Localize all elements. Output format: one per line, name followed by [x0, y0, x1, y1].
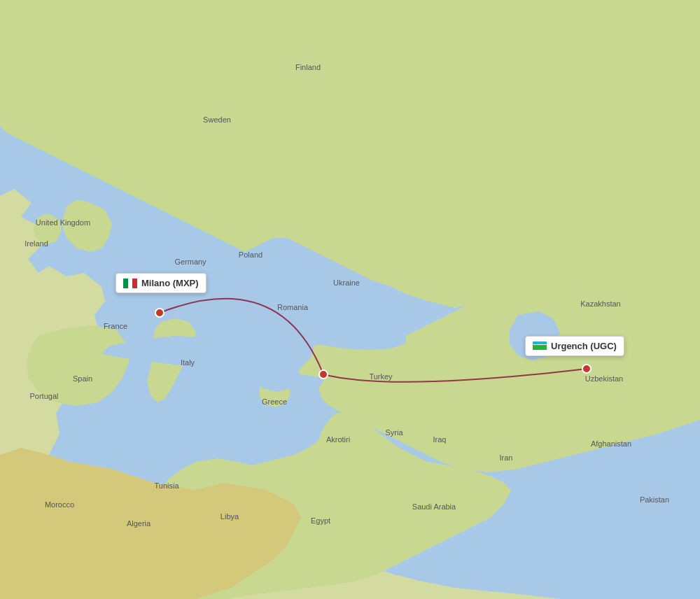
- country-label-portugal: Portugal: [30, 392, 59, 400]
- country-label-pakistan: Pakistan: [640, 495, 669, 504]
- urgench-waypoint[interactable]: [582, 365, 591, 373]
- map-container: Finland Sweden United Kingdom Ireland Be…: [0, 0, 700, 599]
- country-label-saudi: Saudi Arabia: [412, 502, 456, 511]
- country-label-uk: United Kingdom: [36, 218, 90, 227]
- stopover-waypoint[interactable]: [319, 370, 328, 379]
- country-label-germany: Germany: [174, 258, 206, 266]
- country-label-syria: Syria: [385, 428, 403, 437]
- country-label-tunisia: Tunisia: [154, 481, 179, 490]
- milano-waypoint[interactable]: [155, 309, 164, 317]
- country-label-kazakhstan: Kazakhstan: [580, 300, 620, 308]
- country-label-akrotiri: Akrotiri: [326, 435, 350, 444]
- country-label-afghanistan: Afghanistan: [591, 439, 631, 448]
- country-label-libya: Libya: [220, 512, 239, 521]
- country-label-uzbekistan: Uzbekistan: [585, 374, 623, 383]
- country-label-spain: Spain: [73, 374, 92, 383]
- country-label-iran: Iran: [500, 453, 513, 462]
- country-label-romania: Romania: [277, 303, 309, 311]
- country-label-greece: Greece: [262, 397, 287, 406]
- map-svg: Finland Sweden United Kingdom Ireland Be…: [0, 0, 700, 599]
- country-label-ireland: Ireland: [24, 239, 48, 248]
- country-label-sweden: Sweden: [203, 115, 231, 124]
- country-label-france: France: [104, 322, 127, 330]
- country-label-belgium: Belgium: [118, 282, 146, 290]
- country-label-turkey: Turkey: [369, 372, 393, 381]
- country-label-iraq: Iraq: [433, 435, 447, 444]
- country-label-italy: Italy: [181, 358, 195, 367]
- country-label-ukraine: Ukraine: [333, 279, 360, 287]
- country-label-algeria: Algeria: [127, 519, 151, 528]
- country-label-finland: Finland: [295, 63, 321, 71]
- country-label-morocco: Morocco: [45, 500, 74, 509]
- country-label-poland: Poland: [239, 251, 262, 259]
- country-label-egypt: Egypt: [311, 516, 330, 525]
